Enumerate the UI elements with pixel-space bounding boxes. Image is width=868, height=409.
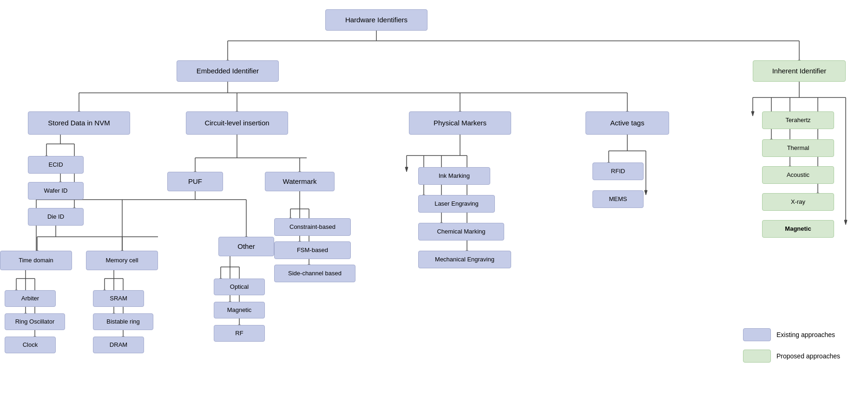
rf-label: RF <box>235 330 243 338</box>
memory-cell-node: Memory cell <box>86 251 158 270</box>
ecid-node: ECID <box>28 156 84 174</box>
sram-node: SRAM <box>93 290 144 307</box>
physical-markers-label: Physical Markers <box>434 118 487 128</box>
stored-data-nvm-label: Stored Data in NVM <box>48 118 110 128</box>
fsm-based-label: FSM-based <box>297 247 328 254</box>
ecid-label: ECID <box>48 161 63 169</box>
side-channel-label: Side-channel based <box>288 270 342 278</box>
bistable-ring-label: Bistable ring <box>106 318 140 326</box>
optical-node: Optical <box>214 279 265 295</box>
fsm-based-node: FSM-based <box>274 241 351 259</box>
time-domain-label: Time domain <box>19 257 53 265</box>
dram-label: DRAM <box>110 341 127 349</box>
acoustic-node: Acoustic <box>762 166 834 184</box>
bistable-ring-node: Bistable ring <box>93 313 153 330</box>
magnetic-other-node: Magnetic <box>214 302 265 318</box>
svg-marker-101 <box>844 220 847 225</box>
dram-node: DRAM <box>93 337 144 353</box>
inherent-identifier-node: Inherent Identifier <box>753 60 846 82</box>
laser-engraving-node: Laser Engraving <box>418 195 495 213</box>
active-tags-label: Active tags <box>610 118 644 128</box>
hardware-identifiers-node: Hardware Identifiers <box>325 9 427 31</box>
svg-marker-89 <box>644 190 647 195</box>
hardware-identifiers-label: Hardware Identifiers <box>345 15 408 25</box>
time-domain-node: Time domain <box>0 251 72 270</box>
rf-node: RF <box>214 325 265 342</box>
active-tags-node: Active tags <box>585 111 669 135</box>
clock-node: Clock <box>5 337 56 353</box>
legend-proposed-box <box>743 350 771 363</box>
side-channel-node: Side-channel based <box>274 265 355 282</box>
xray-label: X-ray <box>791 198 805 206</box>
ring-oscillator-node: Ring Oscillator <box>5 313 65 330</box>
circuit-level-label: Circuit-level insertion <box>204 118 269 128</box>
die-id-node: Die ID <box>28 208 84 226</box>
legend: Existing approaches Proposed approaches <box>743 328 840 363</box>
constraint-based-label: Constraint-based <box>289 223 335 231</box>
other-node: Other <box>218 237 274 256</box>
watermark-node: Watermark <box>265 172 335 191</box>
legend-existing-label: Existing approaches <box>776 331 835 338</box>
die-id-label: Die ID <box>47 213 64 221</box>
clock-label: Clock <box>23 341 38 349</box>
diagram-container: Hardware Identifiers Embedded Identifier… <box>0 0 868 409</box>
svg-marker-77 <box>405 167 408 172</box>
laser-engraving-label: Laser Engraving <box>434 200 479 208</box>
stored-data-nvm-node: Stored Data in NVM <box>28 111 130 135</box>
chemical-marking-label: Chemical Marking <box>437 228 485 236</box>
mems-node: MEMS <box>592 190 644 208</box>
circuit-level-node: Circuit-level insertion <box>186 111 288 135</box>
magnetic-other-label: Magnetic <box>227 306 252 314</box>
thermal-label: Thermal <box>787 144 809 152</box>
other-label: Other <box>237 242 255 251</box>
sram-label: SRAM <box>110 295 127 303</box>
mems-label: MEMS <box>609 195 627 203</box>
chemical-marking-node: Chemical Marking <box>418 223 504 240</box>
legend-existing-box <box>743 328 771 341</box>
puf-label: PUF <box>188 177 202 186</box>
physical-markers-node: Physical Markers <box>409 111 511 135</box>
ink-marking-node: Ink Marking <box>418 167 490 185</box>
puf-node: PUF <box>167 172 223 191</box>
rfid-node: RFID <box>592 162 644 180</box>
constraint-based-node: Constraint-based <box>274 218 351 236</box>
memory-cell-label: Memory cell <box>105 257 138 265</box>
embedded-identifier-node: Embedded Identifier <box>177 60 279 82</box>
terahertz-node: Terahertz <box>762 111 834 129</box>
legend-proposed: Proposed approaches <box>743 350 840 363</box>
ink-marking-label: Ink Marking <box>439 172 470 180</box>
acoustic-label: Acoustic <box>787 171 809 179</box>
xray-node: X-ray <box>762 193 834 211</box>
legend-existing: Existing approaches <box>743 328 840 341</box>
wafer-id-label: Wafer ID <box>44 187 68 195</box>
magnetic-node: Magnetic <box>762 220 834 238</box>
arbiter-label: Arbiter <box>21 295 39 303</box>
svg-marker-93 <box>751 111 754 116</box>
legend-proposed-label: Proposed approaches <box>776 352 840 360</box>
magnetic-label: Magnetic <box>785 225 811 233</box>
mechanical-engraving-node: Mechanical Engraving <box>418 251 511 268</box>
thermal-node: Thermal <box>762 139 834 157</box>
inherent-identifier-label: Inherent Identifier <box>772 66 827 76</box>
optical-label: Optical <box>230 283 249 291</box>
embedded-identifier-label: Embedded Identifier <box>197 66 259 76</box>
mechanical-engraving-label: Mechanical Engraving <box>435 256 494 264</box>
rfid-label: RFID <box>611 168 625 175</box>
terahertz-label: Terahertz <box>785 117 810 124</box>
watermark-label: Watermark <box>283 177 317 186</box>
ring-oscillator-label: Ring Oscillator <box>15 318 55 326</box>
wafer-id-node: Wafer ID <box>28 182 84 200</box>
arbiter-node: Arbiter <box>5 290 56 307</box>
